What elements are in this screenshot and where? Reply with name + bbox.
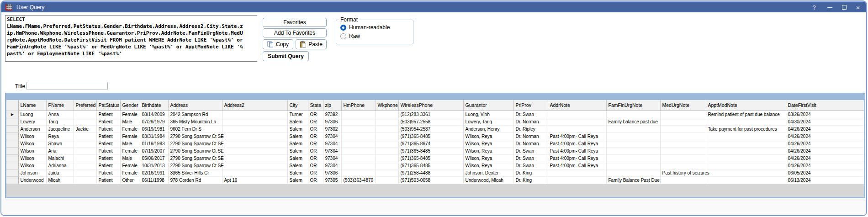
cell-birthdate[interactable]: 06/19/1981 bbox=[140, 125, 168, 132]
cell-fname[interactable]: Tariq bbox=[46, 118, 74, 125]
cell-preferred[interactable] bbox=[74, 147, 96, 154]
cell-wirelessphone[interactable]: (971)365-8485 bbox=[398, 162, 463, 169]
cell-zip[interactable]: 97305 bbox=[323, 176, 341, 184]
row-selector[interactable] bbox=[6, 154, 18, 162]
cell-wkphone[interactable] bbox=[376, 132, 398, 140]
cell-lname[interactable]: Wilson bbox=[18, 154, 46, 162]
cell-gender[interactable]: Male bbox=[120, 118, 140, 125]
table-row[interactable]: WilsonAriaPatientFemale07/19/20072790 So… bbox=[6, 147, 864, 154]
row-selector[interactable]: ▶ bbox=[6, 111, 18, 118]
column-header-famfinurgnote[interactable]: FamFinUrgNote bbox=[606, 100, 660, 111]
cell-medurgnote[interactable] bbox=[660, 154, 706, 162]
row-selector[interactable] bbox=[6, 132, 18, 140]
cell-addrnote[interactable]: Past 4:00pm- Call Reya bbox=[548, 132, 606, 140]
cell-apptmodnote[interactable] bbox=[706, 132, 786, 140]
cell-address[interactable]: 2790 Song Sparrow Ct SE bbox=[168, 147, 222, 154]
column-header-priprov[interactable]: PriProv bbox=[513, 100, 548, 111]
help-button[interactable]: ? bbox=[808, 2, 820, 13]
cell-patstatus[interactable]: Patient bbox=[96, 125, 120, 132]
cell-guarantor[interactable]: Wilson, Reya bbox=[463, 154, 513, 162]
copy-button[interactable]: Copy bbox=[263, 39, 293, 49]
cell-addrnote[interactable] bbox=[548, 111, 606, 118]
cell-wirelessphone[interactable]: (971)258-4488 bbox=[398, 169, 463, 176]
minimize-button[interactable] bbox=[823, 2, 836, 13]
cell-wirelessphone[interactable]: (971)365-8974 bbox=[398, 140, 463, 147]
cell-address2[interactable] bbox=[222, 162, 287, 169]
submit-query-button[interactable]: Submit Query bbox=[263, 51, 309, 61]
cell-priprov[interactable]: Dr. Swan bbox=[513, 162, 548, 169]
cell-fname[interactable]: Adrianna bbox=[46, 162, 74, 169]
column-header-medurgnote[interactable]: MedUrgNote bbox=[660, 100, 706, 111]
column-header-patstatus[interactable]: PatStatus bbox=[96, 100, 120, 111]
cell-hmphone[interactable] bbox=[341, 140, 376, 147]
cell-famfinurgnote[interactable]: Family Balance Past Due bbox=[606, 176, 660, 184]
cell-hmphone[interactable] bbox=[341, 132, 376, 140]
cell-priprov[interactable]: Dr. King bbox=[513, 169, 548, 176]
cell-zip[interactable]: 97304 bbox=[323, 132, 341, 140]
column-header-addrnote[interactable]: AddrNote bbox=[548, 100, 606, 111]
cell-wkphone[interactable] bbox=[376, 111, 398, 118]
cell-state[interactable]: OR bbox=[308, 169, 323, 176]
cell-wirelessphone[interactable]: (503)954-2587 bbox=[398, 125, 463, 132]
column-header-city[interactable]: City bbox=[287, 100, 308, 111]
cell-address[interactable]: 2042 Sampson Rd bbox=[168, 111, 222, 118]
cell-medurgnote[interactable] bbox=[660, 176, 706, 184]
cell-fname[interactable]: Shawn bbox=[46, 140, 74, 147]
column-header-birthdate[interactable]: Birthdate bbox=[140, 100, 168, 111]
column-header-state[interactable]: State bbox=[308, 100, 323, 111]
cell-famfinurgnote[interactable] bbox=[606, 169, 660, 176]
cell-patstatus[interactable]: Patient bbox=[96, 147, 120, 154]
cell-birthdate[interactable]: 01/19/1983 bbox=[140, 140, 168, 147]
cell-priprov[interactable]: Dr. Norman bbox=[513, 140, 548, 147]
cell-preferred[interactable] bbox=[74, 176, 96, 184]
cell-priprov[interactable]: Dr. Swan bbox=[513, 111, 548, 118]
cell-birthdate[interactable]: 07/19/2007 bbox=[140, 147, 168, 154]
column-header-zip[interactable]: zip bbox=[323, 100, 341, 111]
cell-zip[interactable]: 97304 bbox=[323, 140, 341, 147]
cell-priprov[interactable]: Dr. Ripley bbox=[513, 125, 548, 132]
cell-gender[interactable]: Other bbox=[120, 176, 140, 184]
cell-address2[interactable] bbox=[222, 118, 287, 125]
row-selector[interactable] bbox=[6, 162, 18, 169]
radio-human-readable[interactable]: Human-readable bbox=[340, 24, 390, 31]
column-header-address[interactable]: Address bbox=[168, 100, 222, 111]
cell-medurgnote[interactable]: Past history of seizures bbox=[660, 169, 706, 176]
cell-addrnote[interactable] bbox=[548, 176, 606, 184]
cell-zip[interactable]: 97306 bbox=[323, 169, 341, 176]
cell-lname[interactable]: Wilson bbox=[18, 162, 46, 169]
cell-city[interactable]: Salem bbox=[287, 154, 308, 162]
cell-lname[interactable]: Anderson bbox=[18, 125, 46, 132]
cell-birthdate[interactable]: 05/06/2017 bbox=[140, 154, 168, 162]
cell-guarantor[interactable]: Luong, Vinh bbox=[463, 111, 513, 118]
cell-datefirstvisit[interactable]: 04/26/2024 bbox=[786, 140, 864, 147]
cell-datefirstvisit[interactable]: 06/13/2024 bbox=[786, 176, 864, 184]
cell-patstatus[interactable]: Patient bbox=[96, 154, 120, 162]
cell-addrnote[interactable]: Past 4:00pm- Call Reya bbox=[548, 140, 606, 147]
cell-medurgnote[interactable] bbox=[660, 162, 706, 169]
cell-guarantor[interactable]: Wilson, Reya bbox=[463, 162, 513, 169]
cell-famfinurgnote[interactable] bbox=[606, 162, 660, 169]
cell-address[interactable]: 9602 Fern Dr S bbox=[168, 125, 222, 132]
cell-birthdate[interactable]: 07/29/1979 bbox=[140, 118, 168, 125]
cell-famfinurgnote[interactable] bbox=[606, 140, 660, 147]
cell-lname[interactable]: Wilson bbox=[18, 147, 46, 154]
cell-apptmodnote[interactable] bbox=[706, 169, 786, 176]
cell-datefirstvisit[interactable]: 04/26/2024 bbox=[786, 132, 864, 140]
cell-hmphone[interactable] bbox=[341, 154, 376, 162]
cell-gender[interactable]: Female bbox=[120, 125, 140, 132]
cell-wkphone[interactable] bbox=[376, 176, 398, 184]
close-button[interactable]: × bbox=[852, 2, 864, 13]
cell-address[interactable]: 3365 Silver Hills Cr bbox=[168, 169, 222, 176]
cell-preferred[interactable] bbox=[74, 111, 96, 118]
cell-patstatus[interactable]: Patient bbox=[96, 111, 120, 118]
cell-addrnote[interactable]: Past 4:00pm- Call Reya bbox=[548, 147, 606, 154]
cell-patstatus[interactable]: Patient bbox=[96, 176, 120, 184]
cell-fname[interactable]: Micah bbox=[46, 176, 74, 184]
cell-hmphone[interactable] bbox=[341, 147, 376, 154]
cell-wirelessphone[interactable]: (503)957-2558 bbox=[398, 118, 463, 125]
cell-state[interactable]: OR bbox=[308, 132, 323, 140]
cell-hmphone[interactable] bbox=[341, 118, 376, 125]
cell-datefirstvisit[interactable]: 03/26/2024 bbox=[786, 111, 864, 118]
cell-fname[interactable]: Malachi bbox=[46, 154, 74, 162]
cell-zip[interactable]: 97306 bbox=[323, 118, 341, 125]
